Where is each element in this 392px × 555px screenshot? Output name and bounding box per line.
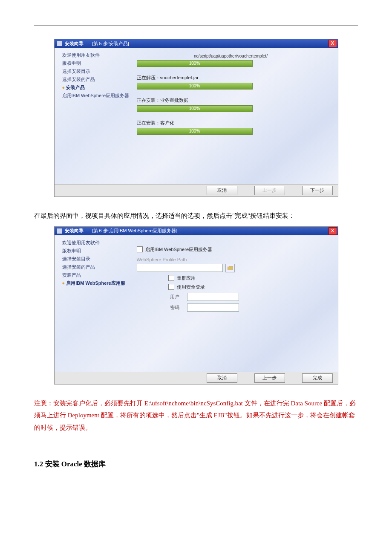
sidebar-item: 欢迎使用用友软件 [62,240,128,246]
main-panel: nc/script/uap/uapother/vouchertemplet/ 1… [128,48,338,184]
sidebar-item-current: 启用IBM WebSphere应用服 [62,280,128,286]
sidebar: 欢迎使用用友软件 版权申明 选择安装目录 选择安装的产品 安装产品 启用IBM … [55,48,128,184]
progress-pct: 100% [189,84,200,88]
sidebar-item: 选择安装的产品 [62,76,128,83]
sidebar-item: 选择安装目录 [62,68,128,75]
field-label: WebSphere Profile Path [137,257,325,262]
checkbox-label: 使用安全登录 [177,284,205,290]
wizard-footer: 取消 上一步 下一步 [55,184,338,197]
sidebar-item-current: 安装产品 [62,84,128,91]
password-input[interactable] [187,304,239,312]
section-heading: 1.2 安装 Oracle 数据库 [34,459,358,469]
password-label: 密码 [154,304,179,311]
page-rule [34,26,358,26]
window-subtitle: [第 6 步:启用IBM WebSphere应用服务器] [92,228,178,234]
checkbox-label: 启用IBM WebSphere应用服务器 [145,246,213,253]
wizard-footer: 取消 上一步 完成 [55,372,338,384]
checkbox-secure-login[interactable] [168,284,174,290]
cancel-button[interactable]: 取消 [207,373,237,383]
prev-button[interactable]: 上一步 [254,186,285,195]
folder-icon [228,266,233,270]
progress-bar: 100% [137,105,253,112]
window-title: 安装向导 [65,40,84,47]
titlebar: 安装向导 [第 5 步:安装产品] X [55,39,338,48]
sidebar-item: 选择安装目录 [62,256,128,262]
progress-pct: 100% [189,61,200,66]
sidebar-item: 安装产品 [62,272,128,278]
screenshot-step5: 安装向导 [第 5 步:安装产品] X 欢迎使用用友软件 版权申明 选择安装目录… [54,39,338,197]
checkbox-cluster[interactable] [168,275,174,281]
progress-label: 正在解压：vouchertemplet.jar [137,75,325,81]
window-title: 安装向导 [65,228,84,234]
user-input[interactable] [187,293,239,301]
sidebar: 欢迎使用用友软件 版权申明 选择安装目录 选择安装的产品 安装产品 启用IBM … [55,235,128,372]
cancel-button[interactable]: 取消 [207,186,237,195]
sidebar-item: 版权申明 [62,248,128,254]
close-icon[interactable]: X [329,40,337,47]
close-icon[interactable]: X [329,227,337,235]
progress-bar: 100% [137,128,253,135]
checkbox-enable-websphere[interactable] [137,246,143,252]
prev-button[interactable]: 上一步 [254,373,285,383]
sidebar-item: 选择安装的产品 [62,264,128,270]
app-icon [57,41,62,46]
progress-pct: 100% [189,129,200,133]
screenshot-step6: 安装向导 [第 6 步:启用IBM WebSphere应用服务器] X 欢迎使用… [54,226,338,384]
browse-button[interactable] [225,264,235,272]
websphere-path-input[interactable] [137,264,223,272]
sidebar-item: 欢迎使用用友软件 [62,52,128,58]
finish-button[interactable]: 完成 [302,373,333,383]
sidebar-item: 启用IBM WebSphere应用服务器 [62,92,128,99]
install-path: nc/script/uap/uapother/vouchertemplet/ [137,54,325,58]
warning-paragraph: 注意：安装完客户化后，必须要先打开 E:\ufsoft\nchome\bin\n… [34,397,358,434]
window-subtitle: [第 5 步:安装产品] [92,40,129,47]
user-label: 用户 [154,294,179,300]
progress-label: 正在安装：客户化 [137,120,325,126]
progress-bar: 100% [137,83,253,90]
sidebar-item: 版权申明 [62,60,128,66]
app-icon [57,228,62,234]
progress-pct: 100% [189,106,200,111]
paragraph: 在最后的界面中，视项目具体的应用情况，选择适当的选项，然后点击"完成"按钮结束安… [34,210,358,222]
progress-label: 正在安装：业务审批数据 [137,97,325,104]
next-button[interactable]: 下一步 [302,186,333,195]
main-panel: 启用IBM WebSphere应用服务器 WebSphere Profile P… [128,235,338,372]
titlebar: 安装向导 [第 6 步:启用IBM WebSphere应用服务器] X [55,227,338,235]
checkbox-label: 集群应用 [177,275,196,281]
progress-bar: 100% [137,60,253,67]
